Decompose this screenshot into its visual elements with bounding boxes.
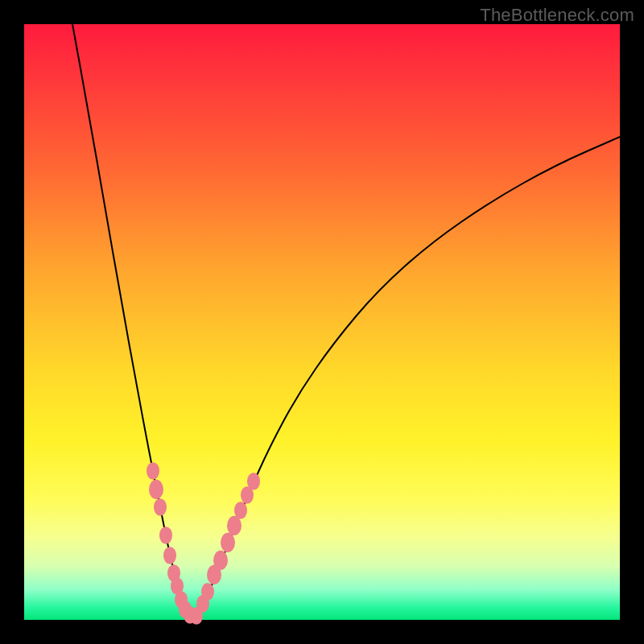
left-curve [72, 24, 189, 616]
sample-dot [147, 462, 159, 480]
sample-dot [154, 498, 167, 516]
sample-dot [149, 480, 163, 499]
sample-dot [234, 502, 247, 519]
sample-dot [163, 547, 176, 564]
sample-dot [221, 533, 235, 552]
right-curve [197, 137, 620, 616]
sample-dot [201, 583, 214, 601]
watermark-text: TheBottleneck.com [480, 5, 634, 26]
chart-frame [24, 24, 620, 620]
sample-dot [159, 526, 172, 544]
sample-dot [247, 473, 260, 490]
sample-dots [147, 462, 260, 625]
sample-dot [213, 551, 228, 570]
chart-svg [24, 24, 620, 620]
